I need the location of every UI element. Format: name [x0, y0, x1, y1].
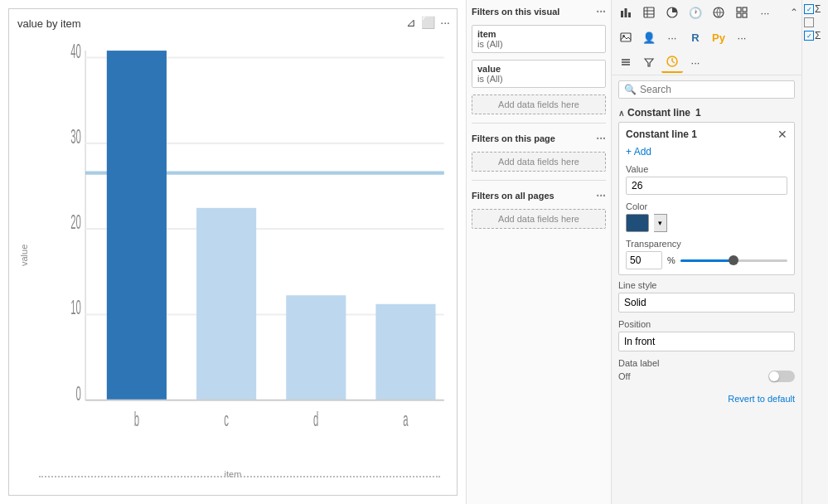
more-icon[interactable]: ···: [440, 16, 450, 29]
svg-rect-17: [625, 8, 627, 17]
expand-panel-icon[interactable]: ⌃: [790, 7, 798, 18]
filter-icon[interactable]: ⊿: [406, 16, 416, 29]
svg-text:20: 20: [70, 211, 81, 234]
search-bar[interactable]: 🔍: [618, 80, 795, 99]
line-style-label: Line style: [618, 280, 795, 290]
r-icon[interactable]: R: [685, 27, 706, 48]
svg-text:c: c: [224, 409, 229, 431]
bar-a: [375, 304, 435, 400]
bar-b: [107, 51, 167, 400]
transparency-input[interactable]: [626, 251, 662, 269]
bar-c: [196, 208, 256, 400]
svg-rect-29: [743, 13, 747, 17]
more-row2[interactable]: ···: [731, 27, 753, 48]
page-filter-more[interactable]: ···: [596, 132, 606, 145]
lines-icon[interactable]: [615, 51, 637, 73]
constant-line-section-header: ∧ Constant line 1: [618, 107, 795, 119]
analytics-icon[interactable]: [661, 51, 683, 73]
cl-title: Constant line 1: [626, 128, 697, 140]
revert-btn[interactable]: Revert to default: [728, 390, 795, 407]
toggle-switch[interactable]: [768, 371, 795, 382]
transparency-row: %: [626, 251, 787, 269]
constant-line-box: Constant line 1 ✕ + Add Value Color ▾ Tr…: [618, 122, 795, 275]
python-icon[interactable]: Py: [708, 27, 729, 48]
more-row3[interactable]: ···: [685, 51, 706, 73]
filter-divider-2: [472, 180, 606, 181]
checkbox-2[interactable]: [804, 17, 814, 27]
svg-text:a: a: [403, 409, 409, 431]
all-pages-filter-title: Filters on all pages ···: [472, 189, 606, 202]
svg-text:d: d: [313, 409, 318, 431]
svg-text:30: 30: [70, 125, 81, 148]
checkbox-row-3[interactable]: ✓ Σ: [804, 30, 826, 41]
clock-icon[interactable]: 🕐: [685, 2, 706, 23]
position-dropdown[interactable]: In front Behind: [618, 332, 795, 351]
filter-icon-2[interactable]: [638, 51, 660, 73]
more-icons-btn[interactable]: ···: [754, 2, 776, 23]
icon-row-1: 🕐 ··· ⌃: [612, 0, 801, 25]
filters-panel: Filters on this visual ··· item is (All)…: [466, 0, 611, 504]
svg-rect-26: [737, 7, 741, 12]
image-icon[interactable]: [615, 27, 637, 48]
add-data-visual[interactable]: Add data fields here: [472, 94, 606, 114]
table-icon[interactable]: [638, 2, 660, 23]
person-icon[interactable]: 👤: [638, 27, 660, 48]
svg-text:b: b: [134, 409, 139, 431]
color-dropdown-btn[interactable]: ▾: [654, 214, 667, 232]
far-right-panel: ✓ Σ ✓ Σ: [801, 0, 828, 504]
icon-bar: 🕐 ··· ⌃ 👤 ··· R Py ···: [612, 0, 801, 75]
color-swatch[interactable]: [626, 214, 649, 232]
chart-svg: 40 30 20 10 0: [56, 33, 448, 453]
toggle-row: Off: [618, 371, 795, 382]
search-input[interactable]: [640, 84, 789, 95]
y-axis-label: value: [17, 33, 31, 477]
svg-rect-30: [621, 33, 631, 41]
cl-close-btn[interactable]: ✕: [777, 128, 787, 141]
add-data-all-pages[interactable]: Add data fields here: [472, 209, 606, 229]
sigma-1: Σ: [815, 3, 821, 15]
transparency-field-label: Transparency: [626, 239, 787, 249]
pct-symbol: %: [667, 255, 675, 265]
analytics-content: ∧ Constant line 1 Constant line 1 ✕ + Ad…: [612, 102, 801, 504]
add-line-btn[interactable]: + Add: [626, 146, 651, 158]
line-style-dropdown[interactable]: Solid Dashed Dotted: [618, 293, 795, 313]
toggle-off-label: Off: [618, 371, 630, 381]
checkbox-1[interactable]: ✓: [804, 4, 814, 14]
checkbox-3[interactable]: ✓: [804, 31, 814, 41]
filter-divider-1: [472, 123, 606, 124]
chevron-up-icon[interactable]: ∧: [618, 109, 624, 118]
value-filter-tag[interactable]: value is (All): [472, 60, 606, 88]
bar-chart-icon[interactable]: [615, 2, 637, 23]
chart-wrapper: value 40 30 20 10 0: [17, 33, 448, 477]
checkbox-row-2[interactable]: [804, 17, 826, 27]
position-select[interactable]: In front Behind: [624, 336, 789, 347]
right-panel: 🕐 ··· ⌃ 👤 ··· R Py ···: [611, 0, 801, 504]
map-icon[interactable]: [708, 2, 729, 23]
value-input[interactable]: [626, 177, 787, 195]
svg-text:40: 40: [70, 40, 81, 62]
item-filter-tag[interactable]: item is (All): [472, 25, 606, 53]
expand-icon[interactable]: ⬜: [421, 16, 435, 29]
page-filter-title: Filters on this page ···: [472, 132, 606, 145]
transparency-slider[interactable]: [680, 259, 787, 262]
svg-rect-16: [621, 11, 623, 17]
icon-row-2: 👤 ··· R Py ···: [612, 25, 801, 50]
visual-filter-more[interactable]: ···: [596, 5, 606, 18]
svg-rect-19: [644, 7, 654, 17]
data-label-label: Data label: [618, 358, 795, 368]
bar-d: [286, 295, 346, 400]
more-icon-2[interactable]: ···: [661, 27, 683, 48]
svg-line-37: [672, 61, 675, 63]
all-pages-more[interactable]: ···: [596, 189, 606, 202]
grid-icon[interactable]: [731, 2, 753, 23]
bottom-dotted-line: [39, 476, 440, 477]
checkbox-row-1[interactable]: ✓ Σ: [804, 3, 826, 15]
value-field-label: Value: [626, 164, 787, 174]
position-label: Position: [618, 319, 795, 329]
visual-filter-title: Filters on this visual ···: [472, 5, 606, 18]
icon-row-3: ···: [612, 50, 801, 75]
pie-chart-icon[interactable]: [661, 2, 683, 23]
add-data-page[interactable]: Add data fields here: [472, 152, 606, 172]
svg-rect-27: [743, 7, 747, 12]
line-style-select[interactable]: Solid Dashed Dotted: [624, 297, 789, 308]
